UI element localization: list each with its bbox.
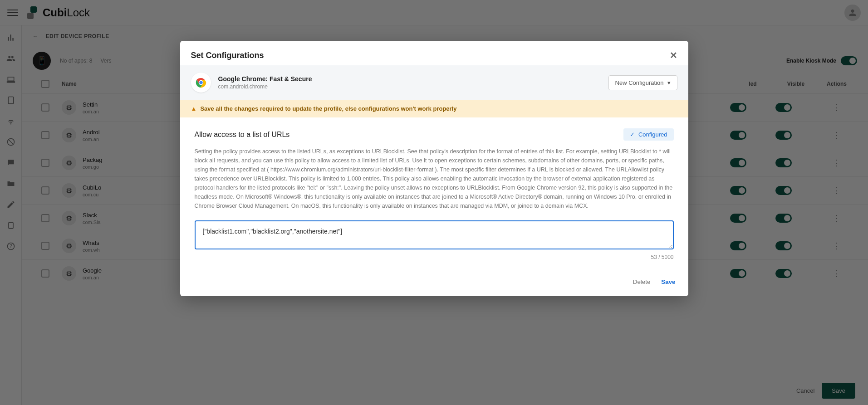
chevron-down-icon: ▾	[667, 79, 671, 86]
modal-save-button[interactable]: Save	[661, 278, 675, 285]
config-title: Allow access to a list of URLs	[195, 131, 290, 139]
url-list-input[interactable]	[195, 220, 674, 249]
modal-title: Set Configurations	[191, 51, 264, 60]
config-description: Setting the policy provides access to th…	[195, 147, 674, 210]
set-configurations-modal: Set Configurations ✕ Google Chrome: Fast…	[180, 41, 688, 296]
configured-badge: ✓ Configured	[623, 128, 674, 141]
chrome-icon	[191, 73, 211, 93]
warning-bar: ▲ Save all the changes required to updat…	[180, 100, 688, 117]
close-icon[interactable]: ✕	[670, 50, 677, 61]
modal-delete-button[interactable]: Delete	[633, 278, 651, 285]
check-icon: ✓	[630, 131, 635, 138]
modal-app-name: Google Chrome: Fast & Secure	[218, 75, 312, 83]
new-config-label: New Configuration	[615, 79, 664, 86]
modal-overlay: Set Configurations ✕ Google Chrome: Fast…	[0, 0, 868, 405]
configured-label: Configured	[638, 131, 667, 138]
new-configuration-dropdown[interactable]: New Configuration ▾	[608, 75, 677, 90]
modal-app-bar: Google Chrome: Fast & Secure com.android…	[180, 65, 688, 100]
modal-footer: Delete Save	[180, 271, 688, 296]
warning-text: Save all the changes required to update …	[200, 105, 456, 112]
warning-icon: ▲	[191, 105, 197, 112]
modal-app-pkg: com.android.chrome	[218, 83, 312, 90]
char-count: 53 / 5000	[195, 254, 674, 260]
